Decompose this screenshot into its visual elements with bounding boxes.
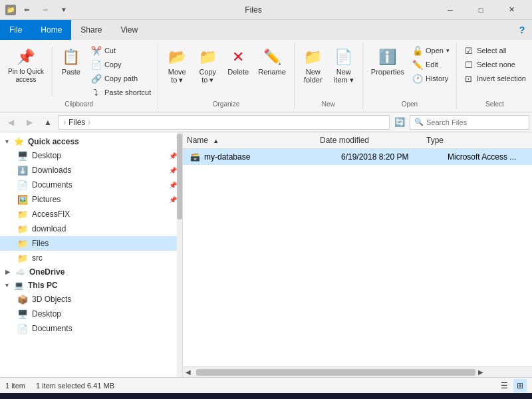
thispc-expand: ▾ bbox=[5, 282, 9, 289]
title-controls: ─ □ ✕ bbox=[435, 0, 527, 20]
maximize-button[interactable]: □ bbox=[466, 0, 496, 20]
sidebar-onedrive[interactable]: ▶ ☁️ OneDrive bbox=[0, 265, 182, 279]
accessfix-folder-icon: 📁 bbox=[17, 209, 28, 219]
forward-button[interactable]: ▶ bbox=[21, 115, 37, 130]
large-icons-view-button[interactable]: ⊞ bbox=[513, 379, 527, 392]
back-button[interactable]: ◀ bbox=[3, 115, 19, 130]
details-view-button[interactable]: ☰ bbox=[497, 379, 511, 392]
file-type-my-database: Microsoft Access ... bbox=[444, 150, 532, 164]
file-row-my-database[interactable]: 🗃️ my-database 6/19/2018 8:20 PM Microso… bbox=[183, 149, 532, 165]
desktop-icon: 🖥️ bbox=[17, 150, 28, 161]
copy-path-label: Copy path bbox=[104, 74, 138, 82]
sidebar-item-desktop[interactable]: 🖥️ Desktop 📌 bbox=[0, 148, 182, 163]
downloads-icon: ⬇️ bbox=[17, 165, 28, 176]
move-to-button[interactable]: 📂 Moveto ▾ bbox=[162, 44, 192, 87]
sidebar-item-accessfix[interactable]: 📁 AccessFIX bbox=[0, 207, 182, 221]
clipboard-label: Clipboard bbox=[65, 99, 93, 108]
select-all-button[interactable]: ☑ Select all bbox=[461, 44, 529, 57]
search-box[interactable]: 🔍 bbox=[410, 115, 529, 130]
paste-shortcut-button[interactable]: ⤵ Paste shortcut bbox=[88, 86, 154, 99]
edge-button[interactable]: 🌐 bbox=[86, 393, 113, 399]
copy-icon: 📄 bbox=[91, 59, 102, 70]
pin-desktop-icon: 📌 bbox=[169, 152, 177, 160]
back-arrow-title[interactable]: ➡ bbox=[37, 3, 53, 17]
sidebar-item-pictures[interactable]: 🖼️ Pictures 📌 bbox=[0, 192, 182, 207]
history-button[interactable]: 🕐 History bbox=[410, 72, 452, 85]
desktop2-label: Desktop bbox=[32, 309, 61, 319]
up-button[interactable]: ▲ bbox=[40, 115, 56, 130]
tab-share[interactable]: Share bbox=[71, 20, 111, 40]
sidebar-item-download[interactable]: 📁 download bbox=[0, 221, 182, 236]
mail-button[interactable]: ✉️ bbox=[170, 393, 197, 399]
sidebar-item-documents2[interactable]: 📄 Documents bbox=[0, 321, 182, 336]
pin-label: Pin to Quickaccess bbox=[8, 68, 44, 84]
sidebar-item-src[interactable]: 📁 src bbox=[0, 251, 182, 265]
select-label: Select bbox=[485, 99, 504, 108]
close-button[interactable]: ✕ bbox=[496, 0, 527, 20]
horizontal-scrollbar[interactable]: ◀ ▶ bbox=[183, 366, 532, 377]
new-item-button[interactable]: 📄 Newitem ▾ bbox=[329, 44, 358, 87]
invert-selection-button[interactable]: ⊡ Invert selection bbox=[461, 72, 529, 85]
col-name-header[interactable]: Name ▲ bbox=[183, 134, 316, 147]
address-path[interactable]: › Files › bbox=[59, 115, 390, 130]
title-bar-down[interactable]: ▼ bbox=[56, 3, 72, 17]
status-bar: 1 item 1 item selected 6.41 MB ☰ ⊞ bbox=[0, 377, 532, 393]
quick-access-btn[interactable]: ⬅ bbox=[19, 3, 35, 17]
paste-button[interactable]: 📋 Paste bbox=[57, 44, 86, 99]
tab-file[interactable]: File bbox=[0, 20, 31, 40]
scroll-thumb[interactable] bbox=[196, 369, 475, 376]
sidebar-item-desktop2[interactable]: 🖥️ Desktop bbox=[0, 307, 182, 321]
onedrive-label: OneDrive bbox=[29, 267, 65, 277]
scroll-right-btn[interactable]: ▶ bbox=[475, 367, 486, 378]
help-button[interactable]: ? bbox=[512, 20, 532, 40]
sidebar-quick-access-header[interactable]: ▾ ⭐ Quick access bbox=[0, 135, 182, 148]
sidebar-item-3d-objects[interactable]: 📦 3D Objects bbox=[0, 292, 182, 307]
file-explorer-button[interactable]: 📁 bbox=[114, 393, 141, 399]
search-input[interactable] bbox=[426, 118, 525, 126]
select-group: ☑ Select all ☐ Select none ⊡ Invert sele… bbox=[457, 43, 532, 109]
file-name-label: my-database bbox=[204, 152, 250, 162]
delete-button[interactable]: ✕ Delete bbox=[223, 44, 253, 78]
edit-button[interactable]: ✏️ Edit bbox=[410, 58, 452, 71]
refresh-button[interactable]: 🔄 bbox=[392, 115, 407, 130]
copy-path-icon: 🔗 bbox=[91, 73, 102, 84]
notification-button[interactable]: 🗨 bbox=[512, 393, 529, 399]
col-date-header[interactable]: Date modified bbox=[316, 134, 422, 147]
select-none-button[interactable]: ☐ Select none bbox=[461, 58, 529, 71]
copy-button[interactable]: 📄 Copy bbox=[88, 58, 154, 71]
downloads-label: Downloads bbox=[32, 166, 71, 175]
copy-paste-area: 📋 Paste ✂️ Cut 📄 Copy bbox=[57, 44, 154, 99]
scroll-left-btn[interactable]: ◀ bbox=[183, 367, 194, 378]
cut-button[interactable]: ✂️ Cut bbox=[88, 44, 154, 57]
3d-objects-icon: 📦 bbox=[17, 294, 28, 305]
sidebar-item-files[interactable]: 📁 Files bbox=[0, 236, 182, 251]
paste-icon: 📋 bbox=[61, 47, 82, 68]
col-type-header[interactable]: Type bbox=[422, 134, 532, 147]
sidebar-item-downloads[interactable]: ⬇️ Downloads 📌 bbox=[0, 163, 182, 178]
clipboard-group: 📌 Pin to Quickaccess 📋 Paste ✂️ bbox=[0, 43, 158, 109]
copy-label: Copy bbox=[104, 61, 122, 68]
copy-to-button[interactable]: 📁 Copyto ▾ bbox=[193, 44, 222, 87]
pin-downloads-icon: 📌 bbox=[169, 167, 177, 174]
move-icon: 📂 bbox=[166, 47, 188, 68]
search-taskbar-button[interactable]: 🔍 bbox=[31, 393, 57, 399]
start-button[interactable] bbox=[3, 393, 29, 399]
minimize-button[interactable]: ─ bbox=[435, 0, 466, 20]
invert-label: Invert selection bbox=[477, 74, 526, 82]
properties-button[interactable]: ℹ️ Properties bbox=[367, 44, 408, 78]
copy-path-button[interactable]: 🔗 Copy path bbox=[88, 72, 154, 85]
sidebar-scrollbar[interactable] bbox=[177, 132, 182, 377]
task-view-button[interactable]: ⬛ bbox=[59, 393, 85, 399]
open-button[interactable]: 🔓 Open ▾ bbox=[410, 44, 452, 57]
pin-quick-access-button[interactable]: 📌 Pin to Quickaccess bbox=[4, 44, 48, 86]
sidebar-this-pc[interactable]: ▾ 💻 This PC bbox=[0, 279, 182, 292]
src-folder-icon: 📁 bbox=[17, 253, 28, 263]
store-button[interactable]: 🛍️ bbox=[142, 393, 169, 399]
open-group: ℹ️ Properties 🔓 Open ▾ ✏️ Edit 🕐 bbox=[363, 43, 457, 109]
tab-home[interactable]: Home bbox=[31, 20, 71, 40]
tab-view[interactable]: View bbox=[111, 20, 147, 40]
view-controls: ☰ ⊞ bbox=[497, 379, 527, 392]
new-folder-button[interactable]: 📁 Newfolder bbox=[299, 44, 328, 86]
sidebar-item-documents[interactable]: 📄 Documents 📌 bbox=[0, 178, 182, 192]
rename-button[interactable]: ✏️ Rename bbox=[254, 44, 290, 78]
